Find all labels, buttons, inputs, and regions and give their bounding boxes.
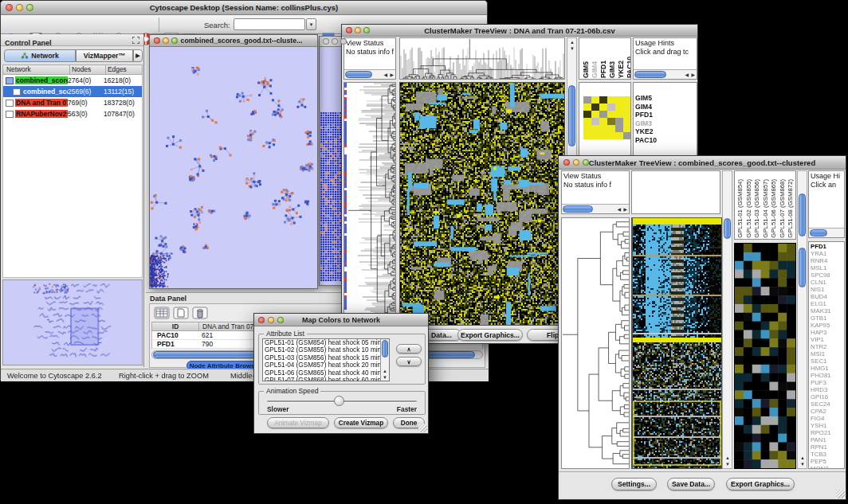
resize-grip[interactable] <box>836 490 845 498</box>
gene-label[interactable]: GTB1 <box>809 315 844 322</box>
treeview-button[interactable]: Settings... <box>611 478 657 490</box>
network-list-row[interactable]: DNA and Tran 07 769(0) 183728(0) <box>3 97 142 108</box>
global-vscrollbar[interactable]: ▲ ▼ <box>722 170 732 469</box>
view-status-hscrollbar[interactable]: ◀ ▶ <box>344 69 395 79</box>
scrollbar-thumb[interactable] <box>568 85 575 147</box>
usage-hints-hscrollbar[interactable]: ◀ ▶ <box>634 69 697 79</box>
column-label[interactable]: GPL51-04 (GSM857) <box>762 179 771 238</box>
treeview2-titlebar[interactable]: ClusterMaker TreeView : combined_scores_… <box>559 156 846 170</box>
gene-label[interactable]: YKE2 <box>634 127 697 136</box>
gene-label[interactable]: HRD3 <box>809 386 844 393</box>
global-heatmap-panel[interactable] <box>631 217 722 469</box>
scroll-left-icon[interactable]: ◀ <box>685 72 689 77</box>
scrollbar-thumb[interactable] <box>345 71 372 78</box>
column-label[interactable]: GPL51-08 (GSM872) <box>787 179 795 238</box>
network-list-row[interactable]: RNAPuberNov2+ 563(0) 107847(0) <box>3 108 142 119</box>
gene-label[interactable]: YRA1 <box>809 250 844 257</box>
attribute-listbox[interactable]: GPL51-01 (GSM854) heat shock 05 minGPL51… <box>262 338 390 381</box>
gene-label[interactable]: SEC24 <box>809 400 844 408</box>
row-dendrogram-panel[interactable] <box>561 217 630 469</box>
network-list-row[interactable]: combined_sco 2569(6) 13112(15) <box>3 86 142 97</box>
gene-label[interactable]: CPA2 <box>809 408 844 415</box>
col-header-edges[interactable]: Edges <box>105 65 142 74</box>
zoom-heatmap-canvas[interactable] <box>735 244 795 468</box>
dialog-titlebar[interactable]: Map Colors to Network <box>254 314 428 326</box>
tab-vizmapper[interactable]: VizMapper™ <box>76 49 133 62</box>
row-dendrogram-panel[interactable] <box>344 82 396 326</box>
gene-label[interactable]: MON2 <box>809 465 844 469</box>
network-view-canvas[interactable] <box>150 47 317 288</box>
gene-label[interactable]: CLN1 <box>809 279 844 286</box>
close-button[interactable] <box>154 37 160 44</box>
delete-attribute-icon[interactable] <box>192 307 208 319</box>
gene-label[interactable]: PAN1 <box>809 436 844 443</box>
resize-grip[interactable] <box>418 424 427 432</box>
zoom-button[interactable] <box>363 27 370 33</box>
column-label[interactable]: GIM5 <box>582 61 590 78</box>
dialog-button[interactable]: Animate Vizmap <box>267 417 329 428</box>
close-button[interactable] <box>258 317 265 323</box>
gene-label[interactable]: GIM4 <box>634 103 697 111</box>
minimize-button[interactable] <box>268 317 274 323</box>
speed-slider-thumb[interactable] <box>334 396 344 406</box>
scrollbar-thumb[interactable] <box>799 248 806 287</box>
minimize-button[interactable] <box>355 27 361 33</box>
view-status-hscrollbar[interactable]: ◀ ▶ <box>562 204 629 213</box>
column-label[interactable]: GIM3 <box>608 61 616 78</box>
column-label[interactable]: PAC10 <box>626 57 631 78</box>
attribute-item[interactable]: GPL51-03 (GSM856) heat shock 15 min <box>263 354 389 361</box>
gene-label[interactable]: RPO21 <box>809 429 844 436</box>
scroll-up-icon[interactable]: ▲ <box>725 455 730 460</box>
scroll-left-icon[interactable]: ◀ <box>617 207 621 212</box>
gene-label[interactable]: FIG4 <box>809 415 844 422</box>
column-label[interactable]: GPL51-06 (GSM865) <box>770 179 779 238</box>
zoom-button[interactable] <box>171 37 178 44</box>
gene-label[interactable]: KAP95 <box>809 322 844 329</box>
scroll-down-icon[interactable]: ▼ <box>383 375 387 380</box>
gene-label[interactable]: VIP1 <box>809 336 844 343</box>
scroll-down-icon[interactable]: ▼ <box>725 462 730 467</box>
column-label[interactable]: YKE2 <box>617 61 625 78</box>
gene-label[interactable]: PFD1 <box>809 243 844 250</box>
gene-label[interactable]: RNR4 <box>809 257 844 264</box>
tab-network[interactable]: Network <box>4 49 76 62</box>
scrollbar-thumb[interactable] <box>799 193 806 236</box>
treeview-button[interactable]: Save Data... <box>667 478 715 490</box>
scrollbar-thumb[interactable] <box>382 340 388 357</box>
scroll-up-icon[interactable]: ▲ <box>800 455 805 460</box>
col-header-network[interactable]: Network <box>3 65 69 74</box>
search-input[interactable] <box>234 18 305 30</box>
scrollbar-thumb[interactable] <box>810 229 827 236</box>
scroll-down-icon[interactable]: ▼ <box>570 46 575 51</box>
id-column-header[interactable]: ID <box>152 322 198 330</box>
zoom-vscrollbar[interactable]: ▲ ▼ <box>797 170 807 469</box>
minimize-button[interactable] <box>332 38 338 45</box>
attribute-item[interactable]: GPL51-07 (GSM868) heat shock 60 min <box>263 377 389 381</box>
network-overview-panel[interactable] <box>2 279 143 365</box>
column-label[interactable]: GPL51-03 (GSM856) <box>753 179 762 238</box>
main-titlebar[interactable]: Cytoscape Desktop (Session Name: collins… <box>1 1 487 15</box>
gene-label[interactable]: GIM3 <box>634 119 697 128</box>
close-button[interactable] <box>563 159 570 166</box>
gene-label[interactable]: SEC1 <box>809 357 844 365</box>
gene-label[interactable]: PAC10 <box>634 136 697 145</box>
gene-label[interactable]: GPI16 <box>809 393 844 400</box>
zoom-button[interactable] <box>340 38 347 45</box>
scrollbar-thumb[interactable] <box>563 205 593 213</box>
gene-label[interactable]: MSI1 <box>809 350 844 357</box>
scrollbar-thumb[interactable] <box>724 218 731 239</box>
scroll-up-icon[interactable]: ▲ <box>383 369 387 373</box>
scrollbar-thumb[interactable] <box>634 71 666 78</box>
column-label[interactable]: GIM4 <box>591 61 599 78</box>
minimize-button[interactable] <box>163 37 169 44</box>
zoom-matrix-canvas[interactable] <box>583 96 631 139</box>
minimize-button[interactable] <box>16 4 23 11</box>
treeview-button[interactable]: Export Graphics... <box>457 329 523 341</box>
search-dropdown-button[interactable]: ▼ <box>306 18 316 30</box>
global-heatmap-canvas[interactable] <box>400 83 564 325</box>
move-up-button[interactable]: ∧ <box>396 344 422 354</box>
gene-label[interactable]: MSL1 <box>809 264 844 272</box>
scroll-down-icon[interactable]: ▼ <box>800 462 805 467</box>
float-panel-icon[interactable] <box>132 37 139 44</box>
list-vscrollbar[interactable]: ▲ ▼ <box>380 339 389 381</box>
